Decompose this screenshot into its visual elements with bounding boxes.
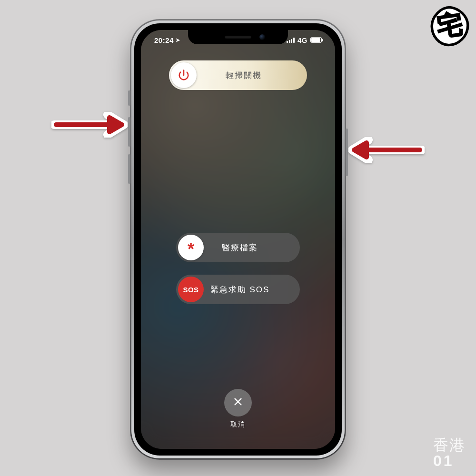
watermark: 香港 01: [433, 437, 466, 469]
watermark-line1: 香港: [433, 437, 466, 454]
close-icon: [233, 397, 243, 409]
side-button[interactable]: [346, 129, 348, 176]
slide-to-power-off[interactable]: 輕掃關機: [169, 60, 307, 90]
emergency-sos-slider[interactable]: SOS 緊急求助 SOS: [176, 275, 300, 304]
phone-bezel: 20:24 ➤ 4G 輕掃關機: [134, 23, 342, 456]
sos-knob-label: SOS: [178, 277, 204, 302]
mute-switch[interactable]: [128, 90, 130, 106]
volume-down-button[interactable]: [128, 154, 130, 184]
power-off-label: 輕掃關機: [197, 70, 305, 81]
source-logo: 宅: [428, 5, 471, 48]
svg-text:宅: 宅: [435, 9, 465, 41]
arrow-right-icon: [348, 137, 425, 163]
cancel-button[interactable]: [224, 389, 252, 416]
sos-label: 緊急求助 SOS: [204, 284, 298, 295]
power-icon[interactable]: [171, 62, 197, 88]
cancel-label: 取消: [230, 420, 246, 429]
notch: [188, 30, 288, 44]
front-camera: [259, 34, 265, 40]
speaker: [225, 36, 251, 39]
medical-id-slider[interactable]: * 醫療檔案: [176, 233, 300, 262]
phone-screen: 20:24 ➤ 4G 輕掃關機: [141, 30, 335, 449]
medical-id-label: 醫療檔案: [204, 242, 298, 253]
arrow-left-icon: [51, 112, 128, 138]
medical-id-icon[interactable]: *: [178, 235, 204, 260]
phone-frame: 20:24 ➤ 4G 輕掃關機: [130, 19, 346, 460]
asterisk-icon: *: [188, 241, 194, 258]
volume-up-button[interactable]: [128, 117, 130, 147]
sos-icon[interactable]: SOS: [178, 277, 204, 302]
watermark-line2: 01: [433, 453, 466, 469]
